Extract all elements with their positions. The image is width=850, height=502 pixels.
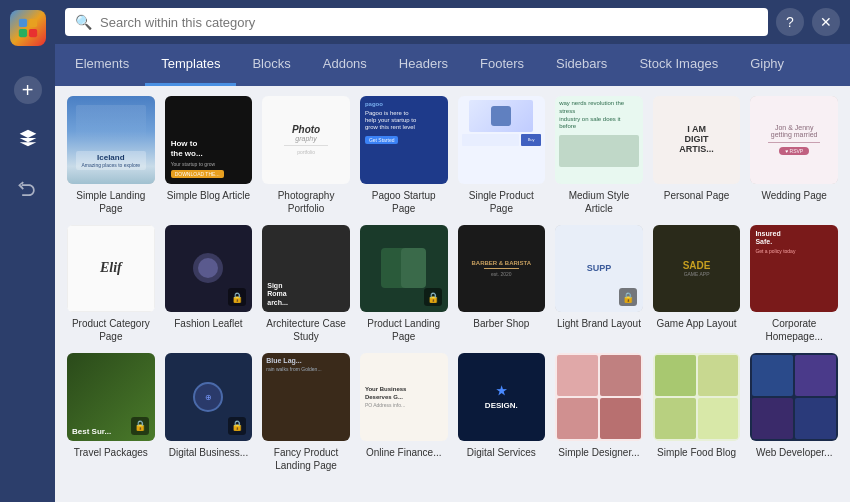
search-input[interactable] (100, 15, 758, 30)
lock-icon: 🔒 (228, 417, 246, 435)
sidebar: + (0, 0, 55, 502)
list-item[interactable]: Buy Single Product Page (458, 96, 546, 215)
tab-giphy[interactable]: Giphy (734, 44, 800, 86)
template-thumb: Blue Lag... rain walks from Golden... (262, 353, 350, 441)
template-thumb: Iceland Amazing places to explore (67, 96, 155, 184)
layers-icon[interactable] (14, 124, 42, 152)
list-item[interactable]: BARBER & BARISTA est. 2020 Barber Shop (458, 225, 546, 344)
template-label: Web Developer... (756, 446, 833, 459)
list-item[interactable]: ⊕ 🔒 Digital Business... (165, 353, 253, 472)
template-thumb: How tothe wo... Your startup to grow DOW… (165, 96, 253, 184)
tab-headers[interactable]: Headers (383, 44, 464, 86)
svg-rect-2 (18, 29, 26, 37)
main-panel: 🔍 ? ✕ Elements Templates Blocks Addons H… (55, 0, 850, 502)
list-item[interactable]: Blue Lag... rain walks from Golden... Fa… (262, 353, 350, 472)
template-label: Simple Landing Page (67, 189, 155, 215)
list-item[interactable]: Photo graphy portfolio Photography Portf… (262, 96, 350, 215)
tab-elements[interactable]: Elements (59, 44, 145, 86)
template-label: Corporate Homepage... (750, 317, 838, 343)
template-label: Architecture Case Study (262, 317, 350, 343)
list-item[interactable]: SUPP 🔒 Light Brand Layout (555, 225, 643, 344)
list-item[interactable]: How tothe wo... Your startup to grow DOW… (165, 96, 253, 215)
template-label: Product Category Page (67, 317, 155, 343)
template-thumb: Best Sur... 🔒 (67, 353, 155, 441)
template-label: Simple Designer... (558, 446, 639, 459)
list-item[interactable]: Your BusinessDeserves G... PO Address in… (360, 353, 448, 472)
template-label: Barber Shop (473, 317, 529, 330)
list-item[interactable]: Elif Product Category Page (67, 225, 155, 344)
template-thumb (555, 353, 643, 441)
template-label: Single Product Page (458, 189, 546, 215)
template-thumb: 🔒 (165, 225, 253, 313)
svg-rect-3 (28, 29, 36, 37)
app-logo[interactable] (10, 10, 46, 46)
lock-icon: 🔒 (424, 288, 442, 306)
template-thumb: way nerds revolution the stressindustry … (555, 96, 643, 184)
search-bar: 🔍 ? ✕ (55, 0, 850, 44)
template-label: Photography Portfolio (262, 189, 350, 215)
template-thumb: InsuredSafe. Get a policy today (750, 225, 838, 313)
template-label: Simple Food Blog (657, 446, 736, 459)
template-label: Fashion Leaflet (174, 317, 242, 330)
content-area: Iceland Amazing places to explore Simple… (55, 86, 850, 502)
template-label: Light Brand Layout (557, 317, 641, 330)
close-button[interactable]: ✕ (812, 8, 840, 36)
templates-grid: Iceland Amazing places to explore Simple… (67, 96, 838, 472)
list-item[interactable]: 🔒 Fashion Leaflet (165, 225, 253, 344)
template-label: Fancy Product Landing Page (262, 446, 350, 472)
template-thumb: SADE GAME APP (653, 225, 741, 313)
list-item[interactable]: I AMDIGITARTIS... Personal Page (653, 96, 741, 215)
template-thumb: SUPP 🔒 (555, 225, 643, 313)
lock-icon: 🔒 (228, 288, 246, 306)
template-thumb: Photo graphy portfolio (262, 96, 350, 184)
tab-sidebars[interactable]: Sidebars (540, 44, 623, 86)
tab-footers[interactable]: Footers (464, 44, 540, 86)
svg-rect-0 (18, 19, 26, 27)
template-label: Medium Style Article (555, 189, 643, 215)
svg-rect-1 (28, 19, 36, 27)
list-item[interactable]: InsuredSafe. Get a policy today Corporat… (750, 225, 838, 344)
list-item[interactable]: way nerds revolution the stressindustry … (555, 96, 643, 215)
template-thumb: ★ DESIGN. (458, 353, 546, 441)
lock-icon: 🔒 (619, 288, 637, 306)
list-item[interactable]: pagoo Pagoo is here tohelp your startup … (360, 96, 448, 215)
list-item[interactable]: SignRomaarch... Architecture Case Study (262, 225, 350, 344)
template-label: Game App Layout (657, 317, 737, 330)
template-thumb (750, 353, 838, 441)
search-input-wrap[interactable]: 🔍 (65, 8, 768, 36)
lock-icon: 🔒 (131, 417, 149, 435)
list-item[interactable]: Jon & Jennygetting married ♥ RSVP Weddin… (750, 96, 838, 215)
list-item[interactable]: 🔒 Product Landing Page (360, 225, 448, 344)
template-thumb: ⊕ 🔒 (165, 353, 253, 441)
tab-blocks[interactable]: Blocks (236, 44, 306, 86)
template-thumb: SignRomaarch... (262, 225, 350, 313)
template-label: Digital Services (467, 446, 536, 459)
list-item[interactable]: ★ DESIGN. Digital Services (458, 353, 546, 472)
template-thumb: 🔒 (360, 225, 448, 313)
template-label: Travel Packages (74, 446, 148, 459)
list-item[interactable]: Best Sur... 🔒 Travel Packages (67, 353, 155, 472)
help-button[interactable]: ? (776, 8, 804, 36)
tab-templates[interactable]: Templates (145, 44, 236, 86)
template-thumb (653, 353, 741, 441)
template-label: Personal Page (664, 189, 730, 202)
template-label: Simple Blog Article (167, 189, 250, 202)
list-item[interactable]: SADE GAME APP Game App Layout (653, 225, 741, 344)
list-item[interactable]: Web Developer... (750, 353, 838, 472)
list-item[interactable]: Simple Food Blog (653, 353, 741, 472)
search-icon: 🔍 (75, 14, 92, 30)
template-thumb: Jon & Jennygetting married ♥ RSVP (750, 96, 838, 184)
template-label: Digital Business... (169, 446, 248, 459)
nav-tabs: Elements Templates Blocks Addons Headers… (55, 44, 850, 86)
template-thumb: I AMDIGITARTIS... (653, 96, 741, 184)
tab-addons[interactable]: Addons (307, 44, 383, 86)
template-thumb: Buy (458, 96, 546, 184)
undo-icon[interactable] (14, 172, 42, 200)
template-label: Pagoo Startup Page (360, 189, 448, 215)
add-button[interactable]: + (14, 76, 42, 104)
template-label: Online Finance... (366, 446, 442, 459)
tab-stock-images[interactable]: Stock Images (623, 44, 734, 86)
template-thumb: Elif (67, 225, 155, 313)
list-item[interactable]: Iceland Amazing places to explore Simple… (67, 96, 155, 215)
list-item[interactable]: Simple Designer... (555, 353, 643, 472)
